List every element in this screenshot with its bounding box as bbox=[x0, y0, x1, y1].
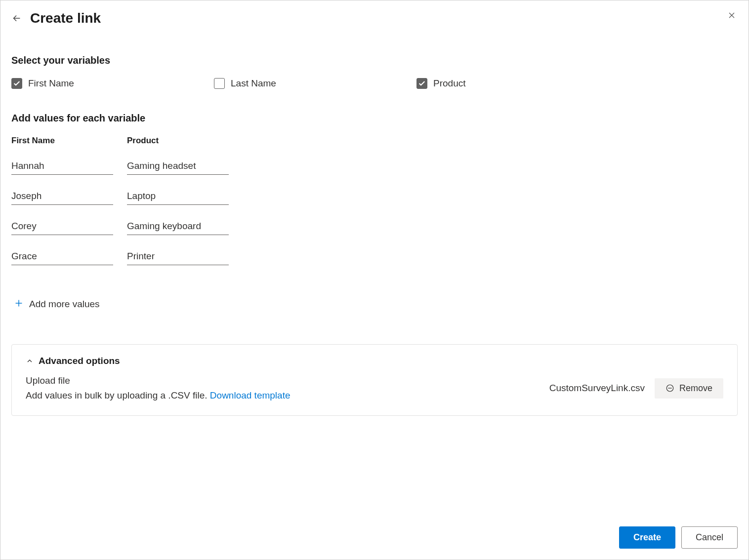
variables-row: First Name Last Name Product bbox=[11, 78, 738, 89]
add-more-values-button[interactable]: Add more values bbox=[13, 298, 738, 311]
create-button[interactable]: Create bbox=[619, 526, 675, 549]
download-template-link[interactable]: Download template bbox=[210, 390, 291, 400]
select-variables-heading: Select your variables bbox=[11, 55, 738, 66]
values-grid: First Name Product bbox=[11, 136, 738, 278]
checkbox-product[interactable] bbox=[416, 78, 427, 89]
column-header-product: Product bbox=[127, 136, 229, 158]
variable-option-product: Product bbox=[416, 78, 619, 89]
upload-description: Upload file Add values in bulk by upload… bbox=[26, 373, 291, 403]
page-title: Create link bbox=[30, 10, 101, 26]
footer-actions: Create Cancel bbox=[619, 526, 738, 549]
advanced-options-panel: Advanced options Upload file Add values … bbox=[11, 344, 738, 416]
product-field[interactable] bbox=[127, 218, 229, 235]
first-name-field[interactable] bbox=[11, 158, 113, 175]
remove-file-button[interactable]: Remove bbox=[655, 378, 723, 399]
first-name-field[interactable] bbox=[11, 248, 113, 265]
upload-desc-text: Add values in bulk by uploading a .CSV f… bbox=[26, 390, 210, 400]
variable-option-last-name: Last Name bbox=[214, 78, 416, 89]
uploaded-file-name: CustomSurveyLink.csv bbox=[549, 383, 645, 394]
chevron-up-icon bbox=[26, 357, 34, 365]
remove-button-label: Remove bbox=[679, 383, 712, 394]
variable-label: First Name bbox=[28, 78, 74, 89]
first-name-field[interactable] bbox=[11, 188, 113, 205]
add-values-heading: Add values for each variable bbox=[11, 113, 738, 124]
remove-icon bbox=[666, 384, 674, 393]
close-button[interactable] bbox=[724, 7, 740, 25]
advanced-options-toggle[interactable]: Advanced options bbox=[26, 356, 723, 366]
plus-icon bbox=[13, 298, 24, 311]
advanced-options-title: Advanced options bbox=[39, 356, 120, 366]
uploaded-file-section: CustomSurveyLink.csv Remove bbox=[549, 378, 723, 399]
first-name-field[interactable] bbox=[11, 218, 113, 235]
variable-label: Product bbox=[433, 78, 465, 89]
column-header-first-name: First Name bbox=[11, 136, 113, 158]
product-field[interactable] bbox=[127, 248, 229, 265]
add-more-label: Add more values bbox=[29, 299, 100, 310]
back-arrow-icon[interactable] bbox=[11, 13, 22, 24]
checkbox-first-name[interactable] bbox=[11, 78, 22, 89]
variable-label: Last Name bbox=[231, 78, 276, 89]
product-field[interactable] bbox=[127, 188, 229, 205]
variable-option-first-name: First Name bbox=[11, 78, 214, 89]
product-field[interactable] bbox=[127, 158, 229, 175]
upload-file-label: Upload file bbox=[26, 373, 291, 388]
cancel-button[interactable]: Cancel bbox=[681, 526, 738, 549]
checkbox-last-name[interactable] bbox=[214, 78, 225, 89]
